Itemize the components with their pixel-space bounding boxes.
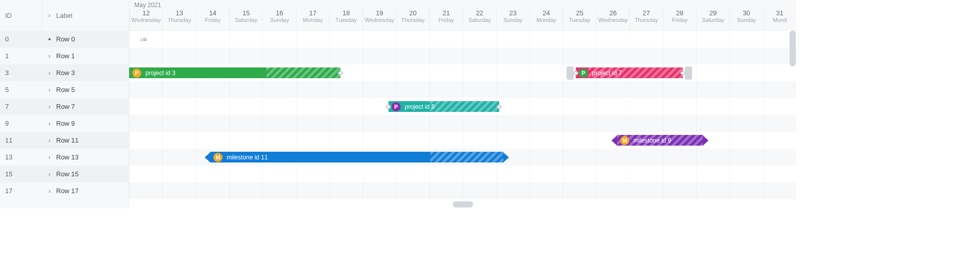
task-label: milestone id 9 <box>633 137 671 144</box>
row-id: 5 <box>0 86 42 94</box>
task-bar-project-7[interactable]: P project id 7 <box>567 67 692 78</box>
day-number: 16 <box>263 8 296 17</box>
chevron-right-icon[interactable]: › <box>47 12 52 19</box>
project-badge-icon: P <box>132 68 141 78</box>
day-column[interactable]: 26Wednesday <box>596 8 629 30</box>
timeline-row[interactable] <box>129 166 796 182</box>
vertical-scrollbar[interactable] <box>790 31 796 66</box>
day-column[interactable]: 30Sunday <box>729 8 763 30</box>
timeline-row[interactable]: P project id 5 <box>129 98 796 115</box>
grid <box>129 81 796 98</box>
day-number: 30 <box>730 8 763 17</box>
day-column[interactable]: 13Thursday <box>162 8 195 30</box>
day-name: Saturday <box>463 17 496 23</box>
day-column[interactable]: 14Friday <box>196 8 229 30</box>
chevron-right-icon[interactable]: › <box>47 171 52 178</box>
row-label: Row 3 <box>56 69 75 77</box>
col-header-id[interactable]: ID <box>0 12 42 19</box>
day-number: 15 <box>230 8 262 17</box>
day-number: 19 <box>363 8 396 17</box>
row-id: 13 <box>0 153 42 161</box>
day-column[interactable]: 29Saturday <box>696 8 729 30</box>
day-number: 25 <box>563 8 596 17</box>
timeline-row[interactable]: M milestone id 11 <box>129 149 796 166</box>
row-label: Row 15 <box>56 170 79 178</box>
chevron-right-icon[interactable]: › <box>47 86 52 94</box>
timeline-row[interactable]: P project id 3 P project id 7 <box>129 64 796 81</box>
task-bar-project-3[interactable]: P project id 3 <box>129 67 340 78</box>
table-row[interactable]: 1 › Row 1 <box>0 48 129 64</box>
milestone-badge-icon: M <box>620 136 629 145</box>
table-row[interactable]: 11 › Row 11 <box>0 132 129 149</box>
row-label-cell: › Row 5 <box>42 86 129 94</box>
day-column[interactable]: 25Tuesday <box>562 8 596 30</box>
row-label-cell: › Row 11 <box>42 136 129 144</box>
row-label: Row 7 <box>56 103 75 110</box>
day-name: Sunday <box>730 17 763 23</box>
collapse-left-icon[interactable]: ‹≡ <box>136 34 151 45</box>
table-row[interactable]: 5 › Row 5 <box>0 81 129 98</box>
table-row[interactable]: 7 › Row 7 <box>0 98 129 115</box>
timeline-header[interactable]: May 2021 12Wednesday13Thursday14Friday15… <box>129 0 796 31</box>
project-badge-icon: P <box>579 68 588 78</box>
timeline-row[interactable] <box>129 48 796 64</box>
day-column[interactable]: 23Sunday <box>496 8 529 30</box>
day-column[interactable]: 12Wednesday <box>129 8 162 30</box>
timeline-row[interactable] <box>129 182 796 199</box>
day-name: Friday <box>197 17 229 23</box>
day-column[interactable]: 24Monday <box>529 8 562 30</box>
timeline-row[interactable]: ‹≡ <box>129 31 796 48</box>
day-column[interactable]: 31Mond <box>763 8 796 30</box>
day-column[interactable]: 21Friday <box>429 8 462 30</box>
day-column[interactable]: 15Saturday <box>229 8 262 30</box>
chevron-right-icon[interactable]: › <box>47 120 52 127</box>
row-id: 0 <box>0 35 42 43</box>
day-column[interactable]: 27Thursday <box>629 8 663 30</box>
day-name: Thursday <box>630 17 663 23</box>
day-number: 17 <box>297 8 329 17</box>
task-bar-project-5[interactable]: P project id 5 <box>388 101 499 112</box>
day-column[interactable]: 20Thursday <box>396 8 429 30</box>
row-id: 1 <box>0 52 42 60</box>
table-row[interactable]: 13 › Row 13 <box>0 149 129 166</box>
table-row[interactable]: 0 • Row 0 <box>0 31 129 48</box>
row-label: Row 1 <box>56 52 75 60</box>
chevron-right-icon[interactable]: › <box>47 69 52 77</box>
milestone-bar-11[interactable]: M milestone id 11 <box>205 152 509 162</box>
timeline-row[interactable] <box>129 81 796 98</box>
chevron-right-icon[interactable]: › <box>47 103 52 110</box>
day-column[interactable]: 18Tuesday <box>329 8 362 30</box>
table-row[interactable]: 9 › Row 9 <box>0 115 129 132</box>
timeline-row[interactable]: M milestone id 9 <box>129 132 796 149</box>
table-row[interactable]: 15 › Row 15 <box>0 166 129 182</box>
day-name: Friday <box>664 17 696 23</box>
day-column[interactable]: 22Saturday <box>462 8 496 30</box>
row-id: 11 <box>0 136 42 144</box>
chevron-right-icon[interactable]: › <box>47 53 52 60</box>
horizontal-scrollbar-thumb[interactable] <box>453 201 473 207</box>
row-label-cell: › Row 1 <box>42 52 129 60</box>
gantt-root: ID › Label 0 • Row 0 1 › Row 1 <box>0 0 796 208</box>
timeline-body[interactable]: ‹≡ P project id 3 <box>129 31 796 208</box>
chevron-right-icon[interactable]: › <box>47 154 52 161</box>
row-label: Row 11 <box>56 136 79 144</box>
milestone-bar-9[interactable]: M milestone id 9 <box>611 135 708 146</box>
day-column[interactable]: 16Sunday <box>262 8 296 30</box>
day-column[interactable]: 19Wednesday <box>362 8 396 30</box>
row-label: Row 0 <box>56 35 75 43</box>
day-name: Friday <box>430 17 462 23</box>
day-number: 29 <box>697 8 729 17</box>
day-column[interactable]: 17Monday <box>296 8 329 30</box>
chevron-right-icon[interactable]: › <box>47 188 52 195</box>
day-name: Wednesday <box>363 17 396 23</box>
day-column[interactable]: 28Friday <box>663 8 696 30</box>
table-row[interactable]: 3 › Row 3 <box>0 64 129 81</box>
row-label-cell: › Row 15 <box>42 170 129 178</box>
day-name: Sunday <box>497 17 529 23</box>
horizontal-scrollbar-track[interactable] <box>129 199 796 208</box>
col-header-label[interactable]: › Label <box>42 12 129 19</box>
column-divider[interactable] <box>42 0 42 31</box>
table-row[interactable]: 17 › Row 17 <box>0 182 129 199</box>
chevron-right-icon[interactable]: › <box>47 137 52 144</box>
timeline-row[interactable] <box>129 115 796 132</box>
